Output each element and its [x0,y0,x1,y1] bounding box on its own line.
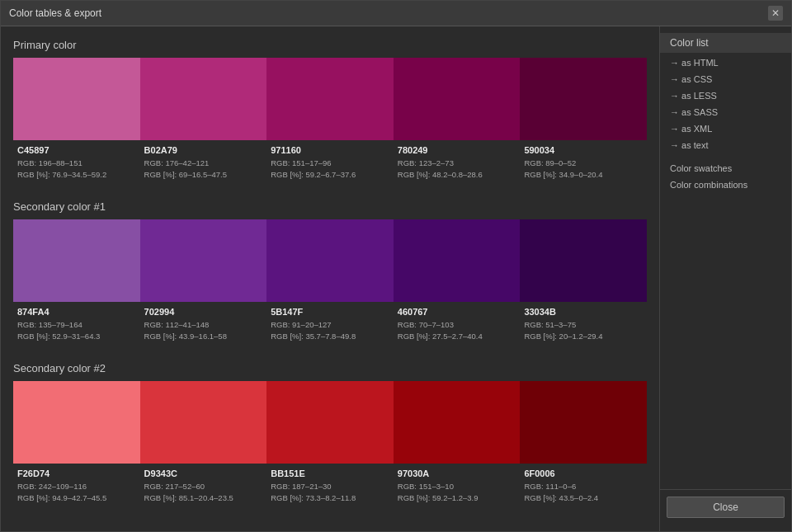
swatch-info: 702994 RGB: 112–41–148 RGB [%]: 43.9–16.… [140,302,267,346]
swatch-rgbp: RGB [%]: 20–1.2–29.4 [524,331,643,342]
swatch-rgb: RGB: 151–3–10 [398,481,516,492]
color-swatch[interactable]: 6F0006 RGB: 111–0–6 RGB [%]: 43.5–0–2.4 [520,381,647,507]
swatch-rgbp: RGB [%]: 43.9–16.1–58 [144,331,263,342]
swatch-color-block [394,58,521,140]
sidebar-export-item[interactable]: → as CSS [660,71,791,87]
swatch-hex: 780249 [398,144,516,158]
swatch-rgb: RGB: 123–2–73 [398,158,516,169]
swatch-hex: 971160 [271,144,389,158]
swatch-hex: B02A79 [144,144,263,158]
swatch-info: 460767 RGB: 70–7–103 RGB [%]: 27.5–2.7–4… [394,302,521,346]
swatch-info: 6F0006 RGB: 111–0–6 RGB [%]: 43.5–0–2.4 [520,464,647,507]
swatch-rgb: RGB: 112–41–148 [144,319,263,331]
swatch-info: F26D74 RGB: 242–109–116 RGB [%]: 94.9–42… [13,464,140,507]
swatch-rgb: RGB: 70–7–103 [398,319,516,331]
swatch-hex: D9343C [144,467,263,481]
swatch-info: 874FA4 RGB: 135–79–164 RGB [%]: 52.9–31–… [13,302,140,346]
sidebar-color-swatches[interactable]: Color swatches [660,160,791,177]
swatch-rgbp: RGB [%]: 34.9–0–20.4 [524,169,643,181]
color-swatch[interactable]: B02A79 RGB: 176–42–121 RGB [%]: 69–16.5–… [140,58,267,184]
swatch-hex: 590034 [524,144,643,158]
swatch-hex: 874FA4 [17,305,136,319]
swatch-hex: 97030A [398,467,516,481]
secondary-color1-section: Secondary color #1 874FA4 RGB: 135–79–16… [13,200,647,346]
swatch-info: C45897 RGB: 196–88–151 RGB [%]: 76.9–34.… [13,140,140,184]
primary-color-section: Primary color C45897 RGB: 196–88–151 RGB… [13,39,647,184]
color-swatch[interactable]: 460767 RGB: 70–7–103 RGB [%]: 27.5–2.7–4… [394,219,521,346]
color-swatch[interactable]: 33034B RGB: 51–3–75 RGB [%]: 20–1.2–29.4 [520,219,647,346]
sidebar-export-item[interactable]: → as XML [660,120,791,137]
swatch-rgb: RGB: 187–21–30 [271,481,389,492]
swatch-rgbp: RGB [%]: 27.5–2.7–40.4 [398,331,516,342]
swatch-color-block [266,58,394,140]
swatch-rgb: RGB: 151–17–96 [271,158,389,169]
swatch-color-block [520,381,647,464]
sidebar-color-list-title: Color list [660,33,791,53]
swatch-color-block [520,58,647,140]
swatch-rgb: RGB: 51–3–75 [524,319,643,331]
swatch-rgbp: RGB [%]: 48.2–0.8–28.6 [398,169,516,181]
swatch-rgb: RGB: 89–0–52 [524,158,643,169]
sidebar-export-item[interactable]: → as LESS [660,87,791,104]
swatch-info: 33034B RGB: 51–3–75 RGB [%]: 20–1.2–29.4 [520,302,647,346]
swatch-rgb: RGB: 196–88–151 [17,158,136,169]
swatch-info: 5B147F RGB: 91–20–127 RGB [%]: 35.7–7.8–… [266,302,394,346]
swatch-color-block [140,58,267,140]
swatch-hex: 33034B [524,305,643,319]
swatch-hex: 6F0006 [524,467,643,481]
swatch-color-block [140,381,267,464]
dialog: Color tables & export ✕ Primary color C4… [0,0,792,532]
swatch-info: 97030A RGB: 151–3–10 RGB [%]: 59.2–1.2–3… [394,464,521,507]
secondary-color2-title: Secondary color #2 [13,362,647,374]
color-swatch[interactable]: 780249 RGB: 123–2–73 RGB [%]: 48.2–0.8–2… [394,58,521,184]
swatch-color-block [13,58,140,140]
sidebar-export-item[interactable]: → as text [660,137,791,153]
swatch-rgbp: RGB [%]: 52.9–31–64.3 [17,331,136,342]
color-swatch[interactable]: BB151E RGB: 187–21–30 RGB [%]: 73.3–8.2–… [266,381,394,507]
dialog-close-button[interactable]: ✕ [768,6,783,21]
swatch-rgbp: RGB [%]: 35.7–7.8–49.8 [271,331,389,342]
swatch-hex: 702994 [144,305,263,319]
swatch-info: 590034 RGB: 89–0–52 RGB [%]: 34.9–0–20.4 [520,140,647,184]
swatch-rgbp: RGB [%]: 94.9–42.7–45.5 [17,492,136,504]
color-swatch[interactable]: 874FA4 RGB: 135–79–164 RGB [%]: 52.9–31–… [13,219,140,346]
swatch-rgb: RGB: 135–79–164 [17,319,136,331]
swatch-color-block [13,219,140,302]
swatch-info: BB151E RGB: 187–21–30 RGB [%]: 73.3–8.2–… [266,464,394,507]
color-swatch[interactable]: 971160 RGB: 151–17–96 RGB [%]: 59.2–6.7–… [266,58,394,184]
swatch-hex: BB151E [271,467,389,481]
swatch-rgbp: RGB [%]: 76.9–34.5–59.2 [17,169,136,181]
color-swatch[interactable]: 590034 RGB: 89–0–52 RGB [%]: 34.9–0–20.4 [520,58,647,184]
primary-color-swatches: C45897 RGB: 196–88–151 RGB [%]: 76.9–34.… [13,58,647,184]
swatch-rgb: RGB: 111–0–6 [524,481,643,492]
secondary-color1-swatches: 874FA4 RGB: 135–79–164 RGB [%]: 52.9–31–… [13,219,647,346]
title-bar: Color tables & export ✕ [1,1,791,26]
main-content: Primary color C45897 RGB: 196–88–151 RGB… [1,26,659,531]
sidebar-export-item[interactable]: → as HTML [660,54,791,71]
secondary-color2-section: Secondary color #2 F26D74 RGB: 242–109–1… [13,362,647,507]
swatch-color-block [520,219,647,302]
secondary-color2-swatches: F26D74 RGB: 242–109–116 RGB [%]: 94.9–42… [13,381,647,507]
secondary-color1-title: Secondary color #1 [13,200,647,213]
swatch-color-block [394,219,521,302]
color-swatch[interactable]: F26D74 RGB: 242–109–116 RGB [%]: 94.9–42… [13,381,140,507]
sidebar-color-combinations[interactable]: Color combinations [660,177,791,193]
swatch-rgb: RGB: 176–42–121 [144,158,263,169]
dialog-body: Primary color C45897 RGB: 196–88–151 RGB… [1,26,791,531]
swatch-hex: C45897 [17,144,136,158]
swatch-hex: F26D74 [17,467,136,481]
swatch-rgbp: RGB [%]: 59.2–6.7–37.6 [271,169,389,181]
color-swatch[interactable]: C45897 RGB: 196–88–151 RGB [%]: 76.9–34.… [13,58,140,184]
sidebar-export-item[interactable]: → as SASS [660,104,791,120]
close-button[interactable]: Close [667,497,785,518]
color-swatch[interactable]: 97030A RGB: 151–3–10 RGB [%]: 59.2–1.2–3… [394,381,521,507]
swatch-info: D9343C RGB: 217–52–60 RGB [%]: 85.1–20.4… [140,464,267,507]
swatch-info: 971160 RGB: 151–17–96 RGB [%]: 59.2–6.7–… [266,140,394,184]
color-swatch[interactable]: 5B147F RGB: 91–20–127 RGB [%]: 35.7–7.8–… [266,219,394,346]
swatch-hex: 5B147F [271,305,389,319]
color-swatch[interactable]: D9343C RGB: 217–52–60 RGB [%]: 85.1–20.4… [140,381,267,507]
swatch-rgbp: RGB [%]: 69–16.5–47.5 [144,169,263,181]
color-swatch[interactable]: 702994 RGB: 112–41–148 RGB [%]: 43.9–16.… [140,219,267,346]
sidebar-footer: Close [660,489,791,525]
swatch-color-block [266,219,394,302]
